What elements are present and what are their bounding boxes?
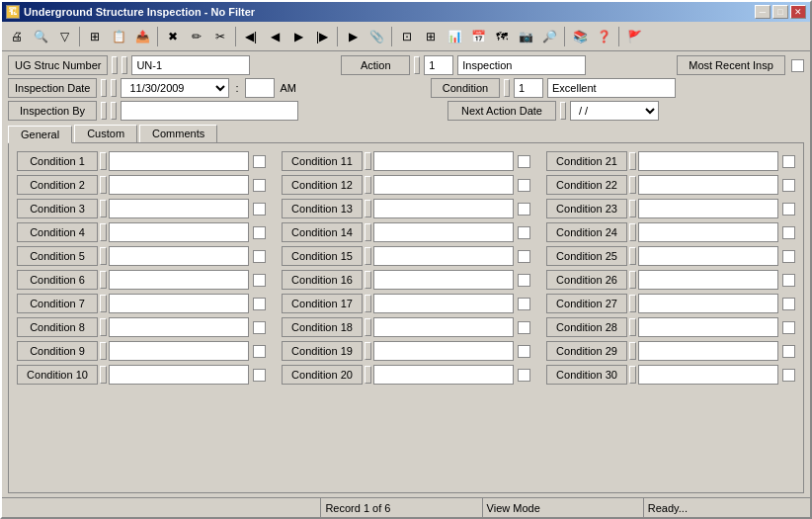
condition-input-condition17[interactable]: [373, 294, 514, 313]
condition-input-condition16[interactable]: [373, 270, 514, 290]
condition-check-condition9[interactable]: [253, 345, 266, 358]
condition-input-condition8[interactable]: [109, 317, 249, 337]
condition-check-condition2[interactable]: [253, 179, 266, 192]
maximize-button[interactable]: □: [772, 5, 788, 19]
delete-button[interactable]: ✖: [162, 26, 184, 47]
condition-check-condition5[interactable]: [253, 250, 266, 263]
condition-input-condition22[interactable]: [638, 175, 778, 195]
condition-check-condition28[interactable]: [782, 321, 795, 334]
tab-comments[interactable]: Comments: [139, 125, 217, 142]
condition-check-condition4[interactable]: [253, 226, 266, 239]
pencil-button[interactable]: ✏: [186, 26, 207, 47]
print-button[interactable]: 🖨: [6, 26, 28, 47]
condition-input-condition10[interactable]: [109, 365, 249, 385]
grid2-button[interactable]: ⊞: [420, 26, 442, 47]
condition-input-condition1[interactable]: [109, 151, 249, 171]
table-button[interactable]: ⊞: [84, 26, 106, 47]
condition-check-condition11[interactable]: [518, 155, 530, 168]
action-num-input[interactable]: [424, 55, 453, 75]
book-button[interactable]: 📚: [569, 26, 591, 47]
condition-check-condition3[interactable]: [253, 203, 266, 216]
inspection-date-input[interactable]: 11/30/2009: [121, 78, 229, 98]
condition-check-condition10[interactable]: [253, 369, 266, 382]
condition-input-condition29[interactable]: [638, 341, 778, 361]
inspection-by-input[interactable]: [121, 101, 298, 121]
condition-input-condition25[interactable]: [638, 246, 778, 266]
next-action-date-input[interactable]: / /: [570, 101, 659, 121]
condition-input-condition2[interactable]: [109, 175, 249, 195]
condition-check-condition6[interactable]: [253, 274, 266, 287]
nav-first-button[interactable]: ◀|: [240, 26, 262, 47]
find-button[interactable]: 🔍: [30, 26, 51, 47]
condition-check-condition15[interactable]: [518, 250, 530, 263]
condition-input-condition23[interactable]: [638, 199, 778, 218]
chart-button[interactable]: 📊: [444, 26, 465, 47]
right-arrow-button[interactable]: ▶: [342, 26, 364, 47]
condition-check-condition13[interactable]: [518, 203, 530, 216]
help-button[interactable]: ❓: [593, 26, 614, 47]
condition-check-condition1[interactable]: [253, 155, 266, 168]
map-button[interactable]: 🗺: [491, 26, 513, 47]
condition-check-condition17[interactable]: [518, 298, 530, 310]
condition-check-condition30[interactable]: [782, 369, 795, 382]
camera-button[interactable]: 📷: [515, 26, 536, 47]
inspection-time-input[interactable]: [245, 78, 275, 98]
condition-input-condition12[interactable]: [373, 175, 514, 195]
condition-check-condition14[interactable]: [518, 226, 530, 239]
condition-input-condition19[interactable]: [373, 341, 514, 361]
export-button[interactable]: 📤: [131, 26, 153, 47]
tab-custom[interactable]: Custom: [74, 125, 137, 142]
scissors-button[interactable]: ✂: [209, 26, 231, 47]
condition-check-condition20[interactable]: [518, 369, 530, 382]
condition-check-condition24[interactable]: [782, 226, 795, 239]
condition-input-condition14[interactable]: [373, 222, 514, 242]
condition-input-condition7[interactable]: [109, 294, 249, 313]
condition-input-condition9[interactable]: [109, 341, 249, 361]
condition-input-condition20[interactable]: [373, 365, 514, 385]
action-value-input[interactable]: [457, 55, 586, 75]
condition-num-input[interactable]: [514, 78, 543, 98]
condition-input-condition28[interactable]: [638, 317, 778, 337]
condition-input-condition15[interactable]: [373, 246, 514, 266]
condition-check-condition7[interactable]: [253, 298, 266, 310]
report-button[interactable]: 📋: [108, 26, 129, 47]
attach-button[interactable]: 📎: [365, 26, 387, 47]
condition-check-condition21[interactable]: [782, 155, 795, 168]
condition-input-condition5[interactable]: [109, 246, 249, 266]
tab-general[interactable]: General: [8, 126, 72, 143]
condition-input-condition6[interactable]: [109, 270, 249, 290]
minimize-button[interactable]: ─: [755, 5, 771, 19]
condition-input-condition26[interactable]: [638, 270, 778, 290]
condition-check-condition29[interactable]: [782, 345, 795, 358]
condition-input-condition21[interactable]: [638, 151, 778, 171]
condition-check-condition22[interactable]: [782, 179, 795, 192]
condition-input-condition13[interactable]: [373, 199, 514, 218]
ug-struc-number-input[interactable]: [131, 55, 250, 75]
flag-button[interactable]: 🚩: [623, 26, 645, 47]
condition-input-condition27[interactable]: [638, 294, 778, 313]
condition-check-condition27[interactable]: [782, 298, 795, 310]
condition-check-condition18[interactable]: [518, 321, 530, 334]
nav-last-button[interactable]: |▶: [311, 26, 333, 47]
nav-prev-button[interactable]: ◀: [264, 26, 285, 47]
condition-check-condition23[interactable]: [782, 203, 795, 216]
condition-check-condition25[interactable]: [782, 250, 795, 263]
nav-next-button[interactable]: ▶: [287, 26, 309, 47]
most-recent-checkbox[interactable]: [791, 59, 804, 72]
calendar-button[interactable]: 📅: [467, 26, 489, 47]
condition-check-condition19[interactable]: [518, 345, 530, 358]
close-button[interactable]: ✕: [790, 5, 806, 19]
condition-input-condition4[interactable]: [109, 222, 249, 242]
grid1-button[interactable]: ⊡: [396, 26, 418, 47]
search2-button[interactable]: 🔎: [538, 26, 560, 47]
condition-check-condition16[interactable]: [518, 274, 530, 287]
filter-button[interactable]: ▽: [53, 26, 75, 47]
condition-input-condition30[interactable]: [638, 365, 778, 385]
condition-check-condition8[interactable]: [253, 321, 266, 334]
condition-input-condition11[interactable]: [373, 151, 514, 171]
condition-check-condition12[interactable]: [518, 179, 530, 192]
condition-input-condition18[interactable]: [373, 317, 514, 337]
condition-input-condition3[interactable]: [109, 199, 249, 218]
condition-check-condition26[interactable]: [782, 274, 795, 287]
condition-input-condition24[interactable]: [638, 222, 778, 242]
